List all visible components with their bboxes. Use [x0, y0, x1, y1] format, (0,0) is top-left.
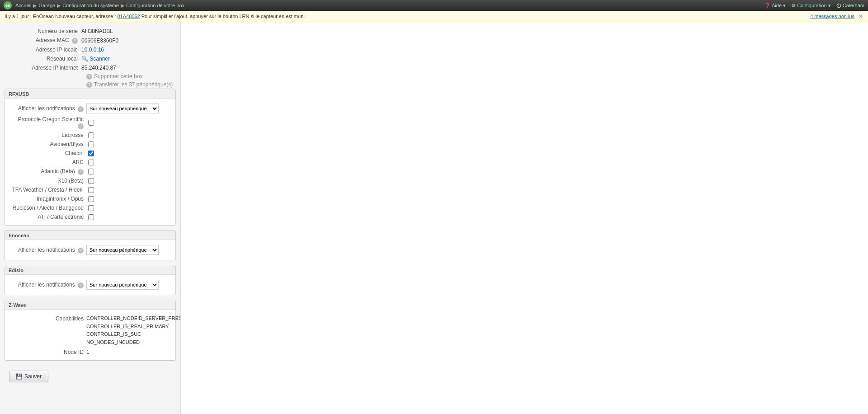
enocean-notifications-row: Afficher les notifications ? Sur nouveau… — [9, 244, 171, 256]
local-ip-row: Adresse IP locale 10.0.0.16 — [5, 45, 176, 54]
protocol-rubicson-checkbox[interactable] — [88, 205, 94, 211]
zwave-capabilities-row: Capabilities CONTROLLER_NODEID_SERVER_PR… — [9, 313, 171, 348]
rfxusb-body: Afficher les notifications ? Sur nouveau… — [5, 99, 175, 225]
protocol-rubicson-label: Rubicson / Alecto / Banggood — [9, 205, 86, 211]
notif-address-link[interactable]: 01A48062 — [117, 14, 140, 19]
protocol-tfa-checkbox[interactable] — [88, 187, 94, 193]
edisio-notif-help-icon[interactable]: ? — [78, 282, 84, 288]
mac-value: 00606E3360F0 — [81, 38, 118, 44]
enocean-notif-label: Afficher les notifications ? — [9, 247, 86, 254]
local-ip-link[interactable]: 10.0.0.16 — [81, 47, 104, 53]
save-button[interactable]: 💾 Sauver — [9, 371, 48, 382]
protocol-arc-row: ARC — [9, 158, 171, 167]
protocol-avidsen-label: Avidsen/Blyss — [9, 141, 86, 147]
rfxusb-notif-label: Afficher les notifications ? — [9, 105, 86, 112]
left-panel: Numéro de série AH38NADBL Adresse MAC ? … — [0, 22, 181, 414]
protocol-x10-checkbox[interactable] — [88, 178, 94, 184]
edisio-notif-label: Afficher les notifications ? — [9, 282, 86, 288]
edisio-notif-select[interactable]: Sur nouveau périphérique Toujours Jamais — [86, 280, 159, 290]
mac-help-icon[interactable]: ? — [72, 38, 78, 44]
protocol-rubicson-row: Rubicson / Alecto / Banggood — [9, 203, 171, 212]
user-link[interactable]: ⏻ Caterham — [836, 3, 864, 8]
scanner-link[interactable]: Scanner — [90, 56, 110, 62]
enocean-section: Enocean Afficher les notifications ? Sur… — [5, 230, 176, 260]
breadcrumb-garage[interactable]: Garage — [38, 3, 55, 8]
zwave-title: Z-Wave — [5, 300, 175, 310]
atlantic-help-icon[interactable]: ? — [78, 169, 84, 175]
enocean-body: Afficher les notifications ? Sur nouveau… — [5, 240, 175, 260]
protocol-lacrosse-row: Lacrosse — [9, 131, 171, 140]
scanner-value: 🔍 Scanner — [81, 56, 110, 62]
protocol-oregon-row: Protocole Oregon Scientific ? — [9, 115, 171, 131]
notification-bar: Il y a 1 jour : EnOcean Nouveau capteur,… — [0, 11, 868, 22]
protocol-imagintronix-label: Imagintronix / Opus — [9, 196, 86, 202]
breadcrumb-config-box[interactable]: Configuration de votre box — [126, 3, 184, 8]
enocean-notif-help-icon[interactable]: ? — [78, 248, 84, 254]
save-area: 💾 Sauver — [5, 365, 176, 388]
serial-value: AH38NADBL — [81, 28, 113, 34]
zwave-nodeid-value: 1 — [86, 349, 90, 355]
help-link[interactable]: ❓ Aide ▾ — [764, 3, 786, 9]
zwave-nodeid-row: Node ID 1 — [9, 348, 171, 357]
protocol-x10-row: X10 (Beta) — [9, 176, 171, 185]
local-ip-label: Adresse IP locale — [5, 47, 81, 53]
edisio-notifications-row: Afficher les notifications ? Sur nouveau… — [9, 278, 171, 291]
serial-row: Numéro de série AH38NADBL — [5, 27, 176, 36]
config-link[interactable]: ⚙ Configuration ▾ — [791, 3, 831, 9]
protocol-x10-label: X10 (Beta) — [9, 178, 86, 184]
transfer-help-icon[interactable]: ? — [86, 82, 92, 88]
protocol-chacon-label: Chacon — [9, 150, 86, 156]
internet-ip-label: Adresse IP internet — [5, 65, 81, 71]
local-network-row: Réseau local 🔍 Scanner — [5, 54, 176, 63]
breadcrumb-accueil[interactable]: Accueil — [15, 3, 31, 8]
protocol-atlantic-row: Atlantic (Beta) ? — [9, 167, 171, 176]
topbar-right: ❓ Aide ▾ ⚙ Configuration ▾ ⏻ Caterham — [764, 3, 864, 9]
transfer-action: ? Transférer les 37 périphérique(s) — [5, 80, 176, 89]
protocol-ati-checkbox[interactable] — [88, 214, 94, 220]
enocean-notif-select[interactable]: Sur nouveau périphérique Toujours Jamais — [86, 245, 159, 255]
rfxusb-title: RFXUSB — [5, 89, 175, 99]
protocol-imagintronix-row: Imagintronix / Opus — [9, 194, 171, 203]
topbar: ee Accueil ▶ Garage ▶ Configuration du s… — [0, 0, 868, 11]
notification-text: Il y a 1 jour : EnOcean Nouveau capteur,… — [5, 14, 306, 19]
zwave-nodeid-label: Node ID — [9, 349, 86, 355]
delete-link[interactable]: Supprimer cette box — [94, 73, 142, 80]
protocol-lacrosse-checkbox[interactable] — [88, 132, 94, 138]
main-area: Numéro de série AH38NADBL Adresse MAC ? … — [0, 22, 868, 414]
protocol-tfa-label: TFA Weather / Cresta / Hideki — [9, 187, 86, 193]
breadcrumb-config-sys[interactable]: Configuration du système — [62, 3, 119, 8]
notif-close-button[interactable]: ✕ — [858, 13, 863, 20]
messages-count-link[interactable]: 4 messages non lus — [810, 14, 854, 19]
floppy-icon: 💾 — [16, 373, 22, 380]
notification-right: 4 messages non lus ✕ — [810, 13, 863, 20]
edisio-title: Edisio — [5, 265, 175, 275]
protocol-oregon-label: Protocole Oregon Scientific ? — [9, 116, 86, 129]
protocol-oregon-checkbox[interactable] — [88, 120, 94, 126]
zwave-capabilities-label: Capabilities — [9, 315, 86, 322]
right-panel — [181, 22, 868, 414]
zwave-capabilities-values: CONTROLLER_NODEID_SERVER_PRESENT CONTROL… — [86, 315, 181, 346]
protocol-chacon-row: Chacon — [9, 149, 171, 158]
zwave-section: Z-Wave Capabilities CONTROLLER_NODEID_SE… — [5, 300, 176, 361]
rfxusb-notif-help-icon[interactable]: ? — [78, 106, 84, 112]
enocean-title: Enocean — [5, 231, 175, 240]
transfer-link[interactable]: Transférer les 37 périphérique(s) — [94, 81, 173, 88]
protocol-arc-checkbox[interactable] — [88, 160, 94, 165]
protocol-chacon-checkbox[interactable] — [88, 151, 94, 156]
protocol-tfa-row: TFA Weather / Cresta / Hideki — [9, 185, 171, 194]
rfxusb-notifications-row: Afficher les notifications ? Sur nouveau… — [9, 102, 171, 115]
protocol-ati-row: ATI / Cartelectronic — [9, 212, 171, 221]
protocol-atlantic-checkbox[interactable] — [88, 169, 94, 174]
protocol-avidsen-row: Avidsen/Blyss — [9, 140, 171, 149]
protocol-arc-label: ARC — [9, 159, 86, 165]
rfxusb-notif-select[interactable]: Sur nouveau périphérique Toujours Jamais — [86, 104, 159, 113]
oregon-help-icon[interactable]: ? — [78, 123, 84, 129]
mac-row: Adresse MAC ? 00606E3360F0 — [5, 36, 176, 45]
rfxusb-section: RFXUSB Afficher les notifications ? Sur … — [5, 89, 176, 226]
zwave-body: Capabilities CONTROLLER_NODEID_SERVER_PR… — [5, 310, 175, 360]
protocol-lacrosse-label: Lacrosse — [9, 132, 86, 138]
local-ip-value: 10.0.0.16 — [81, 47, 104, 53]
delete-help-icon[interactable]: ? — [86, 74, 92, 80]
protocol-imagintronix-checkbox[interactable] — [88, 196, 94, 202]
protocol-avidsen-checkbox[interactable] — [88, 141, 94, 147]
